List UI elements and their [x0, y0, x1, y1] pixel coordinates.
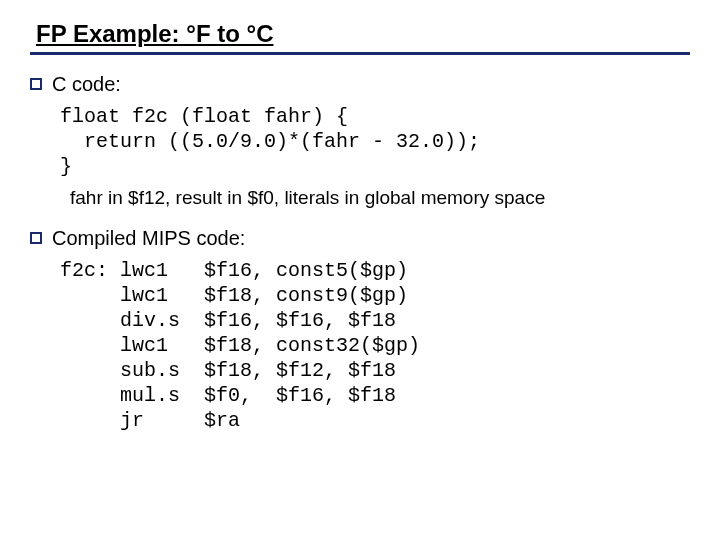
c-code-block: float f2c (float fahr) { return ((5.0/9.…: [60, 104, 690, 179]
section-mips-code: Compiled MIPS code:: [30, 227, 690, 250]
section-label: C code:: [52, 73, 121, 96]
section-c-code: C code:: [30, 73, 690, 96]
square-bullet-icon: [30, 78, 42, 90]
slide-title: FP Example: °F to °C: [30, 20, 690, 55]
section-label: Compiled MIPS code:: [52, 227, 245, 250]
square-bullet-icon: [30, 232, 42, 244]
c-code-note: fahr in $f12, result in $f0, literals in…: [70, 187, 690, 209]
mips-code-block: f2c: lwc1 $f16, const5($gp) lwc1 $f18, c…: [60, 258, 690, 433]
